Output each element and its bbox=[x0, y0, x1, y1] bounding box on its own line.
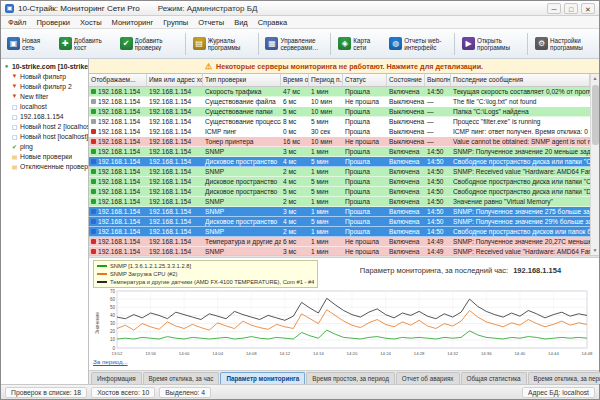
scroll-thumb[interactable] bbox=[592, 85, 599, 145]
scroll-up-icon[interactable]: ▲ bbox=[593, 74, 598, 83]
cell-display-name: 192.168.1.154 bbox=[89, 127, 147, 136]
tree-item[interactable]: ▼ Новый фильтр 2 bbox=[1, 81, 88, 91]
tree-item-icon: ▼ bbox=[11, 93, 18, 99]
status-hosts-count: Хостов всего: 10 bbox=[91, 387, 155, 398]
tree-item[interactable]: ▤ Отключенные проверки bbox=[1, 161, 88, 171]
cell-host-address: 192.168.1.154 bbox=[147, 167, 203, 176]
menu-item[interactable]: Мониторинг bbox=[107, 17, 159, 28]
tree-item[interactable]: ▼ Новый фильтр bbox=[1, 71, 88, 81]
menu-item[interactable]: Вид bbox=[229, 17, 253, 28]
table-row[interactable]: 192.168.1.154 192.168.1.154 Тонер принте… bbox=[89, 137, 590, 147]
column-header[interactable]: Период п... bbox=[309, 74, 343, 86]
check-status-icon bbox=[91, 239, 96, 244]
table-row[interactable]: 192.168.1.154 192.168.1.154 Скорость тра… bbox=[89, 87, 590, 97]
menu-item-label: Вид bbox=[234, 18, 248, 27]
cell-state: Включена bbox=[387, 227, 425, 236]
toolbar-button[interactable]: ◍ Отчеты web-интерфейс bbox=[386, 31, 450, 57]
cell-check-period: 1 мин bbox=[309, 227, 343, 236]
bottom-tab[interactable]: Отчет об авариях bbox=[396, 372, 460, 384]
menu-item[interactable]: Группы bbox=[158, 17, 193, 28]
legend-label: Температура и другие датчики (AMD FX-410… bbox=[110, 278, 314, 286]
table-row[interactable]: 192.168.1.154 192.168.1.154 SNMP 2 мс 1 … bbox=[89, 227, 590, 237]
cell-executed: — bbox=[425, 107, 451, 116]
tree-item[interactable]: ● 10-strike.com [10-strike.com] bbox=[1, 61, 88, 71]
column-header[interactable]: Имя или адрес хоста bbox=[147, 74, 203, 86]
tree-item-icon: ▢ bbox=[11, 103, 18, 110]
bottom-tab[interactable]: Информация bbox=[91, 372, 142, 384]
cell-display-name: 192.168.1.154 bbox=[89, 167, 147, 176]
bottom-tab[interactable]: Время отклика, за период bbox=[528, 372, 600, 384]
column-header[interactable]: Статус bbox=[343, 74, 387, 86]
bottom-tab[interactable]: Время простоя, за период bbox=[306, 372, 395, 384]
menu-item[interactable]: Отчеты bbox=[193, 17, 229, 28]
display-name-text: 192.168.1.154 bbox=[98, 227, 140, 236]
table-row[interactable]: 192.168.1.154 192.168.1.154 Существовани… bbox=[89, 117, 590, 127]
toolbar-button[interactable]: ◈ Карта сети bbox=[335, 31, 384, 57]
content-area: ⚠ Некоторые серверы мониторинга не работ… bbox=[89, 59, 599, 384]
cell-check-type: SNMP bbox=[203, 147, 281, 156]
table-row[interactable]: 192.168.1.154 192.168.1.154 SNMP 3 мс 1 … bbox=[89, 247, 590, 255]
tree-item[interactable]: ▢ localhost bbox=[1, 101, 88, 111]
toolbar-button-label: Карта сети bbox=[353, 37, 381, 51]
table-row[interactable]: 192.168.1.154 192.168.1.154 Дисковое про… bbox=[89, 177, 590, 187]
toolbar-button[interactable]: ✔ Добавить проверку bbox=[117, 31, 181, 57]
toolbar-button[interactable]: ✚ Добавить хост bbox=[56, 31, 115, 57]
cell-executed: 14:50 bbox=[425, 217, 451, 226]
toolbar-button[interactable]: ▦ Управление серверами мониторинга bbox=[262, 31, 326, 57]
bottom-tab[interactable]: Время отклика, за час bbox=[143, 372, 220, 384]
cell-host-address: 192.168.1.154 bbox=[147, 157, 203, 166]
toolbar-button[interactable]: ▣ Новая сеть bbox=[4, 31, 54, 57]
svg-text:10: 10 bbox=[110, 337, 116, 342]
bottom-tab-label: Время отклика, за период bbox=[534, 375, 600, 382]
table-row[interactable]: 192.168.1.154 192.168.1.154 Существовани… bbox=[89, 97, 590, 107]
tree-item[interactable]: ✔ ping bbox=[1, 141, 88, 151]
bottom-tab[interactable]: Параметр мониторинга bbox=[220, 372, 305, 384]
menu-item[interactable]: Проверки bbox=[31, 17, 74, 28]
menu-item[interactable]: Файл bbox=[3, 17, 31, 28]
check-status-icon bbox=[91, 209, 96, 214]
vertical-scrollbar[interactable]: ▲ ▼ bbox=[590, 74, 599, 255]
table-row[interactable]: 192.168.1.154 192.168.1.154 SNMP 3 мс 1 … bbox=[89, 147, 590, 157]
table-row[interactable]: 192.168.1.154 192.168.1.154 SNMP 3 мс 1 … bbox=[89, 207, 590, 217]
table-row[interactable]: 192.168.1.154 192.168.1.154 Существовани… bbox=[89, 107, 590, 117]
toolbar-button[interactable]: ▤ Журналы программы bbox=[190, 31, 254, 57]
toolbar-button-label: Добавить проверку bbox=[135, 37, 178, 51]
period-link[interactable]: За период... bbox=[93, 358, 595, 368]
column-header[interactable]: Тип проверки bbox=[203, 74, 281, 86]
minimize-button[interactable]: ─ bbox=[547, 3, 561, 14]
table-row[interactable]: 192.168.1.154 192.168.1.154 Дисковое про… bbox=[89, 157, 590, 167]
column-header[interactable]: Состояние bbox=[387, 74, 425, 86]
tree-item[interactable]: ▢ Новый host [localhost] bbox=[1, 131, 88, 141]
column-header[interactable]: Отображаем... bbox=[89, 74, 147, 86]
cell-host-address: 192.168.1.154 bbox=[147, 147, 203, 156]
column-header[interactable]: Выполн... bbox=[425, 74, 451, 86]
tree-item-label: New filter bbox=[20, 93, 48, 100]
scroll-down-icon[interactable]: ▼ bbox=[593, 246, 598, 255]
column-header[interactable]: Последние сообщения bbox=[451, 74, 590, 86]
tree-item[interactable]: ▤ Новые проверки bbox=[1, 151, 88, 161]
tree-item[interactable]: ▢ Новый host 2 [localhost] bbox=[1, 121, 88, 131]
table-row[interactable]: 192.168.1.154 192.168.1.154 SNMP 2 мс 1 … bbox=[89, 197, 590, 207]
table-row[interactable]: 192.168.1.154 192.168.1.154 Дисковое про… bbox=[89, 217, 590, 227]
tree-item[interactable]: ▼ New filter bbox=[1, 91, 88, 101]
table-row[interactable]: 192.168.1.154 192.168.1.154 ICMP пинг 0 … bbox=[89, 127, 590, 137]
column-header[interactable]: Время о... bbox=[281, 74, 309, 86]
toolbar-button[interactable]: ▶ Открыть программы bbox=[459, 31, 523, 57]
cell-check-period: 10 мин bbox=[309, 97, 343, 106]
table-row[interactable]: 192.168.1.154 192.168.1.154 SNMP 2 мс 1 … bbox=[89, 167, 590, 177]
maximize-button[interactable]: □ bbox=[564, 3, 578, 14]
menu-item[interactable]: Справка bbox=[253, 17, 292, 28]
tree-item[interactable]: ▢ 192.168.1.154 bbox=[1, 111, 88, 121]
display-name-text: 192.168.1.154 bbox=[98, 187, 140, 196]
cell-status: Прошла bbox=[343, 187, 387, 196]
bottom-tab[interactable]: Общая статистика bbox=[461, 372, 527, 384]
toolbar-button[interactable]: ⚙ Настройки программы bbox=[532, 31, 596, 57]
menu-item[interactable]: Хосты bbox=[75, 17, 107, 28]
cell-check-type: SNMP bbox=[203, 197, 281, 206]
close-button[interactable]: ✕ bbox=[581, 3, 595, 14]
cell-check-period: 10 мин bbox=[309, 107, 343, 116]
table-row[interactable]: 192.168.1.154 192.168.1.154 Температура … bbox=[89, 237, 590, 247]
table-row[interactable]: 192.168.1.154 192.168.1.154 Дисковое про… bbox=[89, 187, 590, 197]
warning-banner[interactable]: ⚠ Некоторые серверы мониторинга не работ… bbox=[89, 59, 599, 74]
cell-check-period: 1 мин bbox=[309, 237, 343, 246]
